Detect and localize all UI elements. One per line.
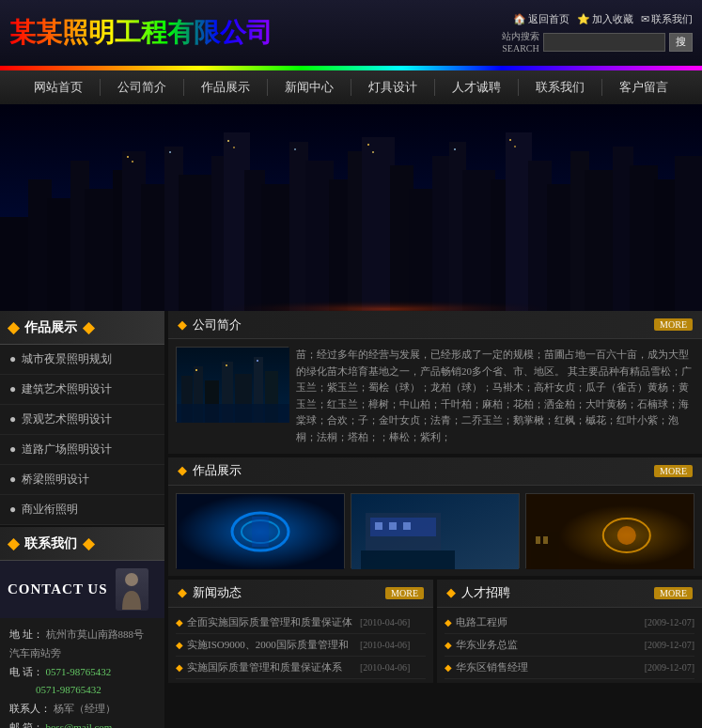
contact-link[interactable]: ✉ 联系我们 xyxy=(641,12,693,26)
news-list: ◆ 全面实施国际质量管理和质量保证体 [2010-04-06] ◆ 实施ISO9… xyxy=(168,608,433,683)
svg-rect-62 xyxy=(257,360,258,362)
work-item-1[interactable] xyxy=(176,493,345,568)
recruit-title: ◆ 人才招聘 xyxy=(446,584,510,601)
diamond-icon-left2: ◆ xyxy=(8,534,19,552)
works-item-0[interactable]: ● 城市夜景照明规划 xyxy=(0,345,164,375)
works-title-text: 作品展示 xyxy=(24,319,77,336)
recruit-item-0[interactable]: ◆ 电路工程师 [2009-12-07] xyxy=(445,612,694,634)
search-label: 站内搜索SEARCH xyxy=(502,30,539,54)
recruit-more[interactable]: MORE xyxy=(654,587,693,599)
nav-item-lights[interactable]: 灯具设计 xyxy=(351,79,435,96)
nav-item-recruit[interactable]: 人才诚聘 xyxy=(435,79,519,96)
sidebar-works-title: ◆ 作品展示 ◆ xyxy=(0,311,164,345)
bottom-row: ◆ 新闻动态 MORE ◆ 全面实施国际质量管理和质量保证体 [2010-04-… xyxy=(168,580,702,683)
works-display-title: ◆ 作品展示 xyxy=(178,462,242,479)
company-intro-more[interactable]: MORE xyxy=(654,318,693,331)
svg-rect-44 xyxy=(509,139,511,141)
work-item-2[interactable] xyxy=(351,493,520,568)
contact-phone: 电 话： 0571-98765432 xyxy=(9,663,155,682)
company-intro-image xyxy=(176,347,289,422)
news-section: ◆ 新闻动态 MORE ◆ 全面实施国际质量管理和质量保证体 [2010-04-… xyxy=(168,580,433,683)
diamond-icon-right2: ◆ xyxy=(83,534,94,552)
svg-rect-60 xyxy=(195,369,197,371)
news-item-1[interactable]: ◆ 实施ISO9000、2000国际质量管理和 [2010-04-06] xyxy=(176,634,426,657)
recruit-list: ◆ 电路工程师 [2009-12-07] ◆ 华东业务总监 [2009-12-0… xyxy=(437,608,702,683)
work-item-3[interactable] xyxy=(525,493,694,568)
news-item-0[interactable]: ◆ 全面实施国际质量管理和质量保证体 [2010-04-06] xyxy=(176,612,426,634)
banner xyxy=(0,104,702,311)
diamond-icon-left: ◆ xyxy=(8,318,19,336)
company-intro-title: ◆ 公司简介 xyxy=(178,317,242,333)
bullet-icon: ● xyxy=(9,503,16,517)
works-item-4[interactable]: ● 桥梁照明设计 xyxy=(0,465,164,495)
nav-item-guestbook[interactable]: 客户留言 xyxy=(602,79,685,96)
news-item-2[interactable]: ◆ 实施国际质量管理和质量保证体系 [2010-04-06] xyxy=(176,657,426,679)
works-display-header: ◆ 作品展示 MORE xyxy=(168,457,702,486)
svg-rect-42 xyxy=(367,144,369,146)
nav-item-contact[interactable]: 联系我们 xyxy=(519,79,602,96)
svg-rect-79 xyxy=(543,536,548,544)
svg-rect-78 xyxy=(536,536,540,544)
svg-rect-46 xyxy=(169,151,171,153)
bullet-icon: ● xyxy=(9,352,16,366)
recruit-item-2[interactable]: ◆ 华东区销售经理 [2009-12-07] xyxy=(445,657,694,679)
works-display-section: ◆ 作品展示 MORE xyxy=(168,457,702,576)
svg-rect-45 xyxy=(514,146,516,147)
svg-rect-40 xyxy=(227,140,229,142)
svg-rect-71 xyxy=(375,522,382,530)
nav-item-news[interactable]: 新闻中心 xyxy=(268,79,351,96)
fav-link[interactable]: ⭐ 加入收藏 xyxy=(577,12,633,26)
bullet-icon: ● xyxy=(9,472,16,487)
contact-address: 地 址： 杭州市莫山南路888号 汽车南站旁 xyxy=(9,626,155,663)
works-item-3[interactable]: ● 道路广场照明设计 xyxy=(0,435,164,465)
work-image-2 xyxy=(351,493,520,568)
contact-us-label: CONTACT US xyxy=(8,581,108,597)
navigation: 网站首页 公司简介 作品展示 新闻中心 灯具设计 人才诚聘 联系我们 客户留言 xyxy=(0,70,702,104)
svg-rect-66 xyxy=(252,517,269,547)
sidebar-works-menu: ● 城市夜景照明规划 ● 建筑艺术照明设计 ● 景观艺术照明设计 ● 道路广场照… xyxy=(0,345,164,525)
diamond-icon-right: ◆ xyxy=(83,318,94,336)
svg-rect-61 xyxy=(226,364,227,366)
bullet-icon: ● xyxy=(9,382,16,396)
recruit-dot: ◆ xyxy=(445,640,452,650)
works-display-more[interactable]: MORE xyxy=(654,465,693,477)
contact-email: 邮 箱： boss@mail.com xyxy=(9,719,155,728)
nav-item-home[interactable]: 网站首页 xyxy=(17,79,101,96)
news-dot: ◆ xyxy=(176,617,183,627)
works-item-1[interactable]: ● 建筑艺术照明设计 xyxy=(0,375,164,405)
person-silhouette xyxy=(117,570,146,610)
works-item-5[interactable]: ● 商业衔照明 xyxy=(0,495,164,525)
recruit-item-1[interactable]: ◆ 华东业务总监 [2009-12-07] xyxy=(445,634,694,657)
works-item-2[interactable]: ● 景观艺术照明设计 xyxy=(0,405,164,435)
nav-item-company[interactable]: 公司简介 xyxy=(101,79,184,96)
news-title: ◆ 新闻动态 xyxy=(178,584,242,601)
contact-banner: CONTACT US xyxy=(0,561,164,618)
svg-point-76 xyxy=(617,526,636,545)
nav-item-works[interactable]: 作品展示 xyxy=(184,79,268,96)
svg-rect-59 xyxy=(177,404,289,423)
sidebar-works-section: ◆ 作品展示 ◆ ● 城市夜景照明规划 ● 建筑艺术照明设计 ● 景观艺术照明设… xyxy=(0,311,164,525)
city-thumbnail xyxy=(177,348,289,423)
home-link[interactable]: 🏠 返回首页 xyxy=(513,12,569,26)
svg-rect-70 xyxy=(361,550,455,569)
header: 某某照明工程有限公司 🏠 返回首页 ⭐ 加入收藏 ✉ 联系我们 站内搜索SEAR… xyxy=(0,0,702,66)
company-intro-header: ◆ 公司简介 MORE xyxy=(168,311,702,339)
contact-title-text: 联系我们 xyxy=(24,535,77,552)
work-image-3 xyxy=(525,493,694,568)
bullet-icon: ● xyxy=(9,442,16,457)
svg-rect-49 xyxy=(0,273,702,311)
recruit-header: ◆ 人才招聘 MORE xyxy=(437,580,702,608)
svg-rect-73 xyxy=(403,522,411,530)
search-button[interactable]: 搜 xyxy=(669,33,693,52)
content-area: ◆ 公司简介 MORE xyxy=(164,311,702,728)
contact-phone2: 0571-98765432 xyxy=(9,681,155,700)
svg-point-50 xyxy=(125,573,138,586)
recruit-dot: ◆ xyxy=(445,617,452,627)
svg-rect-47 xyxy=(294,148,296,150)
news-dot: ◆ xyxy=(176,662,183,673)
svg-rect-72 xyxy=(389,522,397,530)
news-more[interactable]: MORE xyxy=(385,587,424,599)
recruit-section: ◆ 人才招聘 MORE ◆ 电路工程师 [2009-12-07] ◆ 华东业务总… xyxy=(437,580,702,683)
top-links: 🏠 返回首页 ⭐ 加入收藏 ✉ 联系我们 xyxy=(513,12,693,26)
search-input[interactable] xyxy=(543,33,665,52)
